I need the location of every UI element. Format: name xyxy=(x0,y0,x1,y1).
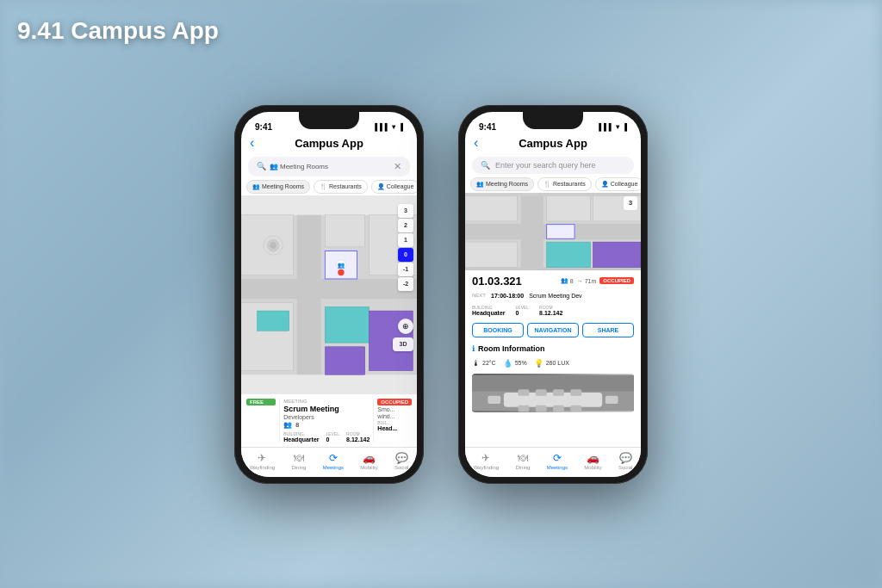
building-value: Headquarter xyxy=(283,436,319,443)
mobility-icon: 🚗 xyxy=(363,452,376,464)
filter-tab-restaurant-label: Restaurants xyxy=(329,183,362,189)
main-container: 9:41 ▌▌▌ ▾ ▐ ‹ Campus App 🔍 👥 Meetin xyxy=(0,0,882,588)
phone-1-status-icons: ▌▌▌ ▾ ▐ xyxy=(375,123,403,131)
phone-1-time: 9:41 xyxy=(255,122,272,132)
card-smo-title: Smo... xyxy=(377,406,412,412)
search-icon-1: 🔍 xyxy=(257,162,266,170)
wifi-icon-2: ▾ xyxy=(616,123,619,131)
card-persons-row: 👥 8 xyxy=(283,421,370,429)
phone-2-notch xyxy=(523,112,583,129)
mobility-icon-2: 🚗 xyxy=(587,452,599,464)
next-label: NEXT xyxy=(472,293,486,299)
back-button-1[interactable]: ‹ xyxy=(250,135,254,151)
filter-tab-restaurant-label-2: Restaurants xyxy=(553,181,586,187)
search-clear-icon[interactable]: ✕ xyxy=(394,161,401,172)
filter-tab-colleague-2[interactable]: 👤 Colleague xyxy=(595,177,641,191)
nav-mobility-2[interactable]: 🚗 Mobility xyxy=(584,452,601,470)
map-svg-1: 👥 xyxy=(241,195,417,394)
persons-count: 8 xyxy=(295,422,299,428)
wifi-icon: ▾ xyxy=(392,123,395,131)
phone-2-bottom-nav: ✈ Wayfinding 🍽 Dining ⟳ Meetings 🚗 Mobil… xyxy=(465,447,641,477)
meeting-icon: 👥 xyxy=(270,163,278,170)
search-bar-left: 🔍 👥 Meeting Rooms xyxy=(257,162,388,170)
booking-button[interactable]: BOOKING xyxy=(472,323,524,337)
search-value-1: Meeting Rooms xyxy=(280,163,328,170)
room-details-row: BUILDING Headquater LEVEL 0 ROOM 8.12.14… xyxy=(472,305,634,316)
phone-1-search-bar[interactable]: 🔍 👥 Meeting Rooms ✕ xyxy=(248,157,410,176)
status-occupied-badge: OCCUPIED xyxy=(377,399,412,405)
social-icon: 💬 xyxy=(395,452,408,464)
info-icon: ℹ xyxy=(472,344,475,353)
card-wind-title: wind... xyxy=(377,413,412,419)
nav-dining-2[interactable]: 🍽 Dining xyxy=(515,452,530,470)
phone-2-screen: 9:41 ▌▌▌ ▾ ▐ ‹ Campus App 🔍 Enter your s… xyxy=(465,112,641,477)
social-label-2: Social xyxy=(618,465,632,470)
share-button[interactable]: SHARE xyxy=(582,323,634,337)
building-detail-2: BUILDING Headquater xyxy=(472,305,506,316)
svg-rect-30 xyxy=(472,374,634,390)
nav-social-2[interactable]: 💬 Social xyxy=(618,452,632,470)
phone-2-search-bar[interactable]: 🔍 Enter your search query here xyxy=(472,157,634,174)
building-detail: BUILDING Headquarter xyxy=(283,431,319,443)
search-placeholder-2: Enter your search query here xyxy=(495,161,596,170)
svg-rect-35 xyxy=(518,389,529,395)
navigation-button[interactable]: NAVIGATION xyxy=(527,323,579,337)
filter-tab-meeting-rooms-2[interactable]: 👥 Meeting Rooms xyxy=(470,177,534,191)
restaurants-icon-2: 🍴 xyxy=(543,181,551,188)
svg-rect-33 xyxy=(488,395,500,403)
svg-text:👥: 👥 xyxy=(338,261,345,269)
btn-3d[interactable]: 3D xyxy=(393,337,413,351)
nav-dining-1[interactable]: 🍽 Dining xyxy=(291,452,306,470)
level-btn-1[interactable]: 1 xyxy=(398,233,413,247)
battery-icon: ▐ xyxy=(398,123,403,131)
level-btn-0[interactable]: 0 xyxy=(398,248,413,262)
humidity-value: 55% xyxy=(515,360,527,366)
level-btn-neg2[interactable]: -2 xyxy=(398,277,413,291)
svg-rect-24 xyxy=(547,195,591,221)
level-selector: 3 2 1 0 -1 -2 xyxy=(398,204,413,291)
level-detail-2: LEVEL 0 xyxy=(516,305,530,316)
card-meeting-title: Scrum Meeting xyxy=(283,405,339,413)
nav-wayfinding-1[interactable]: ✈ Wayfinding xyxy=(250,452,275,470)
level-btn-neg1[interactable]: -1 xyxy=(398,263,413,276)
phone-2-status-icons: ▌▌▌ ▾ ▐ xyxy=(599,123,627,131)
nav-meetings-1[interactable]: ⟳ Meetings xyxy=(323,452,344,470)
colleague-icon: 👤 xyxy=(377,183,385,190)
level-badge-2: 3 xyxy=(624,196,637,210)
humidity-item: 💧 55% xyxy=(503,359,527,368)
phone-1-map: 👥 3 2 1 0 -1 -2 ⊕ xyxy=(241,195,417,394)
building-value-2: Headquater xyxy=(472,310,506,316)
nav-mobility-1[interactable]: 🚗 Mobility xyxy=(360,452,377,470)
phone-2-map: 3 xyxy=(465,193,641,270)
mobility-label: Mobility xyxy=(360,465,377,470)
svg-rect-27 xyxy=(593,242,641,268)
meetings-label: Meetings xyxy=(323,465,344,470)
filter-tab-colleague-1[interactable]: 👤 Colleague xyxy=(371,180,417,194)
next-event: Scrum Meeting Dev xyxy=(529,293,581,299)
filter-tab-colleague-label: Colleague xyxy=(387,183,414,189)
phone-1-filter-tabs: 👥 Meeting Rooms 🍴 Restaurants 👤 Colleagu… xyxy=(241,180,417,194)
map-svg-2 xyxy=(465,193,641,270)
back-button-2[interactable]: ‹ xyxy=(474,135,478,151)
level-btn-2[interactable]: 2 xyxy=(398,219,413,232)
filter-tab-restaurants-1[interactable]: 🍴 Restaurants xyxy=(314,180,368,194)
level-detail: LEVEL 0 xyxy=(326,431,340,443)
svg-rect-23 xyxy=(465,242,517,268)
svg-rect-36 xyxy=(536,389,547,395)
compass-button[interactable]: ⊕ xyxy=(398,319,413,334)
nav-meetings-2[interactable]: ⟳ Meetings xyxy=(547,452,568,470)
nav-social-1[interactable]: 💬 Social xyxy=(394,452,408,470)
temp-item: 🌡 22°C xyxy=(472,359,496,368)
wayfinding-label: Wayfinding xyxy=(250,465,275,470)
battery-icon-2: ▐ xyxy=(622,123,627,131)
phone-1-bottom-nav: ✈ Wayfinding 🍽 Dining ⟳ Meetings 🚗 Mobil… xyxy=(241,447,417,477)
restaurants-icon: 🍴 xyxy=(320,183,327,190)
level-btn-3[interactable]: 3 xyxy=(398,204,413,218)
card-builhead: BUIL... Head... xyxy=(377,420,412,431)
svg-rect-39 xyxy=(518,405,529,411)
meetings-label-2: Meetings xyxy=(547,465,568,470)
filter-tab-restaurants-2[interactable]: 🍴 Restaurants xyxy=(537,177,592,191)
room-photo xyxy=(472,374,634,412)
nav-wayfinding-2[interactable]: ✈ Wayfinding xyxy=(474,452,499,470)
filter-tab-meeting-rooms-1[interactable]: 👥 Meeting Rooms xyxy=(246,180,310,194)
